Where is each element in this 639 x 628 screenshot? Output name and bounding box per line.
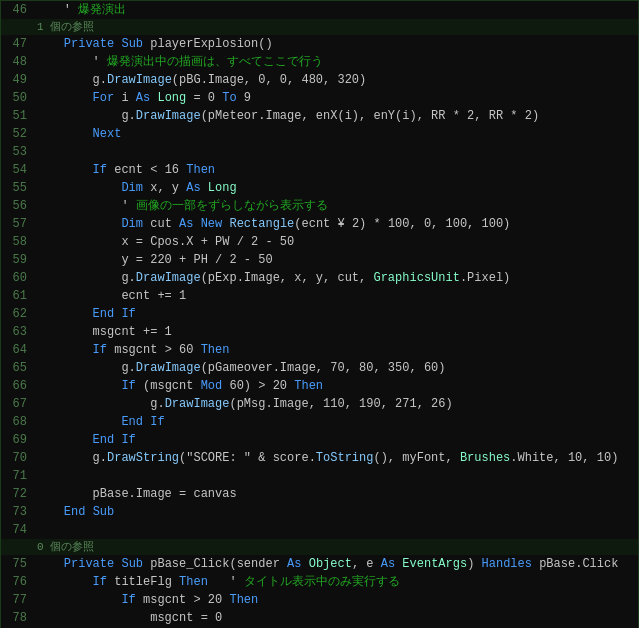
line-content: End If [35,305,636,323]
reference-count: 1 個の参照 [1,19,638,35]
line-number: 51 [3,107,35,125]
line-content [35,143,636,161]
line-content: For i As Long = 0 To 9 [35,89,636,107]
code-line: 65 g.DrawImage(pGameover.Image, 70, 80, … [1,359,638,377]
reference-count: 0 個の参照 [1,539,638,555]
line-content: msgcnt += 1 [35,323,636,341]
code-line: 73 End Sub [1,503,638,521]
line-number: 46 [3,1,35,19]
line-number: 78 [3,609,35,627]
code-line: 76 If titleFlg Then ' タイトル表示中のみ実行する [1,573,638,591]
line-number: 56 [3,197,35,215]
line-number: 61 [3,287,35,305]
code-line: 62 End If [1,305,638,323]
code-line: 54 If ecnt < 16 Then [1,161,638,179]
code-line: 46 ' 爆発演出 [1,1,638,19]
line-content: x = Cpos.X + PW / 2 - 50 [35,233,636,251]
line-content: g.DrawImage(pExp.Image, x, y, cut, Graph… [35,269,636,287]
line-number: 57 [3,215,35,233]
line-content: If titleFlg Then ' タイトル表示中のみ実行する [35,573,636,591]
line-content: End If [35,413,636,431]
line-number: 47 [3,35,35,53]
line-content: msgcnt = 0 [35,609,636,627]
line-number: 62 [3,305,35,323]
code-line: 59 y = 220 + PH / 2 - 50 [1,251,638,269]
code-line: 69 End If [1,431,638,449]
line-number: 77 [3,591,35,609]
code-line: 66 If (msgcnt Mod 60) > 20 Then [1,377,638,395]
code-line: 53 [1,143,638,161]
line-content: pBase.Image = canvas [35,485,636,503]
line-content: If (msgcnt Mod 60) > 20 Then [35,377,636,395]
line-content: g.DrawImage(pGameover.Image, 70, 80, 350… [35,359,636,377]
line-number: 54 [3,161,35,179]
code-line: 47 Private Sub playerExplosion() [1,35,638,53]
line-content: If ecnt < 16 Then [35,161,636,179]
code-line: 51 g.DrawImage(pMeteor.Image, enX(i), en… [1,107,638,125]
code-line: 49 g.DrawImage(pBG.Image, 0, 0, 480, 320… [1,71,638,89]
line-number: 75 [3,555,35,573]
code-line: 68 End If [1,413,638,431]
code-line: 48 ' 爆発演出中の描画は、すべてここで行う [1,53,638,71]
line-number: 49 [3,71,35,89]
line-content: Dim x, y As Long [35,179,636,197]
code-line: 52 Next [1,125,638,143]
code-line: 75 Private Sub pBase_Click(sender As Obj… [1,555,638,573]
code-line: 64 If msgcnt > 60 Then [1,341,638,359]
line-content: Private Sub playerExplosion() [35,35,636,53]
line-content: If msgcnt > 20 Then [35,591,636,609]
code-line: 71 [1,467,638,485]
code-line: 74 [1,521,638,539]
line-number: 64 [3,341,35,359]
line-content [35,521,636,539]
line-content [35,467,636,485]
line-number: 50 [3,89,35,107]
code-line: 55 Dim x, y As Long [1,179,638,197]
line-number: 73 [3,503,35,521]
code-line: 63 msgcnt += 1 [1,323,638,341]
line-number: 68 [3,413,35,431]
line-number: 72 [3,485,35,503]
code-line: 72 pBase.Image = canvas [1,485,638,503]
code-line: 77 If msgcnt > 20 Then [1,591,638,609]
line-number: 76 [3,573,35,591]
line-number: 67 [3,395,35,413]
code-line: 60 g.DrawImage(pExp.Image, x, y, cut, Gr… [1,269,638,287]
line-content: If msgcnt > 60 Then [35,341,636,359]
line-number: 48 [3,53,35,71]
code-line: 57 Dim cut As New Rectangle(ecnt ¥ 2) * … [1,215,638,233]
line-number: 63 [3,323,35,341]
code-line: 78 msgcnt = 0 [1,609,638,627]
code-line: 58 x = Cpos.X + PW / 2 - 50 [1,233,638,251]
line-content: y = 220 + PH / 2 - 50 [35,251,636,269]
line-number: 53 [3,143,35,161]
code-line: 67 g.DrawImage(pMsg.Image, 110, 190, 271… [1,395,638,413]
line-number: 65 [3,359,35,377]
line-number: 69 [3,431,35,449]
line-number: 74 [3,521,35,539]
line-number: 66 [3,377,35,395]
code-editor: 46 ' 爆発演出1 個の参照47 Private Sub playerExpl… [0,0,639,628]
code-line: 50 For i As Long = 0 To 9 [1,89,638,107]
line-number: 55 [3,179,35,197]
line-content: g.DrawImage(pMeteor.Image, enX(i), enY(i… [35,107,636,125]
line-content: ' 画像の一部をずらしながら表示する [35,197,636,215]
line-number: 52 [3,125,35,143]
line-number: 58 [3,233,35,251]
line-content: ecnt += 1 [35,287,636,305]
line-content: ' 爆発演出中の描画は、すべてここで行う [35,53,636,71]
line-number: 71 [3,467,35,485]
line-content: Next [35,125,636,143]
line-number: 59 [3,251,35,269]
line-number: 70 [3,449,35,467]
code-line: 70 g.DrawString("SCORE: " & score.ToStri… [1,449,638,467]
line-content: Dim cut As New Rectangle(ecnt ¥ 2) * 100… [35,215,636,233]
line-number: 60 [3,269,35,287]
line-content: ' 爆発演出 [35,1,636,19]
line-content: g.DrawString("SCORE: " & score.ToString(… [35,449,636,467]
line-content: g.DrawImage(pBG.Image, 0, 0, 480, 320) [35,71,636,89]
line-content: End Sub [35,503,636,521]
line-content: End If [35,431,636,449]
code-line: 56 ' 画像の一部をずらしながら表示する [1,197,638,215]
line-content: g.DrawImage(pMsg.Image, 110, 190, 271, 2… [35,395,636,413]
